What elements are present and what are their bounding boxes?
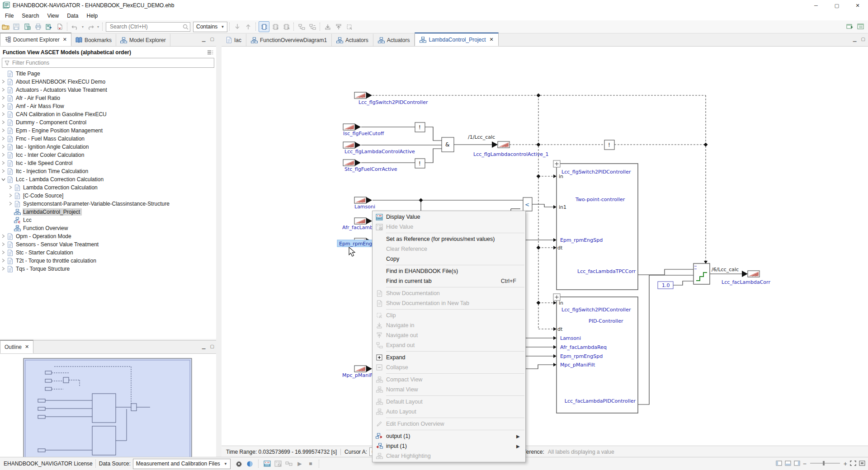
search-mode-dropdown[interactable]: Contains ▼: [193, 22, 227, 32]
menu-help[interactable]: Help: [83, 12, 102, 20]
context-menu-item-find-in-ehandbook-file-s[interactable]: Find in EHANDBOOK File(s): [373, 266, 525, 276]
layout-left-icon[interactable]: [776, 461, 782, 467]
data-lens-icon[interactable]: [245, 459, 255, 469]
expander-icon[interactable]: [0, 128, 6, 133]
menu-search[interactable]: Search: [18, 12, 43, 20]
expander-icon[interactable]: [0, 250, 6, 255]
context-menu-item-set-as-reference-for-previous-next-values[interactable]: Set as Reference (for previous/next valu…: [373, 234, 525, 244]
collapse-toolbar-button[interactable]: [307, 22, 317, 32]
redo-caret[interactable]: ▾: [96, 25, 100, 29]
report-button[interactable]: [22, 22, 32, 32]
filter-functions-input[interactable]: Filter Functions: [2, 58, 214, 68]
tree-item[interactable]: Amf - Air Mass Flow: [0, 102, 216, 110]
window-layout-icon[interactable]: [856, 22, 866, 32]
source-lcc-flgswitch2pid[interactable]: Lcc_flgSwitch2PIDController: [354, 92, 428, 105]
layout-right-icon[interactable]: [794, 461, 800, 467]
pdf-export-button[interactable]: [55, 22, 65, 32]
tab-bookmarks[interactable]: Bookmarks: [71, 34, 116, 46]
tab-model-explorer[interactable]: Model Explorer: [116, 34, 170, 46]
zoom-out-icon[interactable]: −: [803, 460, 807, 467]
editor-tab-iac[interactable]: Iac: [222, 34, 246, 46]
expander-icon[interactable]: [0, 80, 6, 85]
menu-view[interactable]: View: [43, 12, 63, 20]
tree-item[interactable]: Itc - Injection Time Calculation: [0, 167, 216, 175]
diagram-values-tool-icon[interactable]: [284, 459, 294, 469]
tree-item[interactable]: Function Overview: [0, 224, 216, 232]
not-block-3[interactable]: !: [604, 140, 614, 150]
expander-icon[interactable]: [0, 153, 6, 158]
close-button[interactable]: ✕: [847, 0, 868, 11]
expander-icon[interactable]: [0, 161, 6, 166]
redo-button[interactable]: [85, 22, 95, 32]
expander-icon[interactable]: [0, 169, 6, 174]
clip-toolbar-button[interactable]: [344, 22, 354, 32]
play-icon[interactable]: ▶: [295, 459, 305, 469]
menu-file[interactable]: File: [1, 12, 18, 20]
open-file-button[interactable]: [0, 22, 10, 32]
stop-icon[interactable]: ■: [306, 459, 316, 469]
expander-icon[interactable]: [0, 242, 6, 247]
navigate-in-toolbar-button[interactable]: [323, 22, 333, 32]
expander-icon[interactable]: [7, 193, 14, 198]
new-window-icon[interactable]: [845, 22, 855, 32]
display-value-tool-icon[interactable]: [262, 459, 272, 469]
tree-item[interactable]: About EHANDBOOK FlexECU Demo: [0, 78, 216, 86]
source-lamsoni[interactable]: Lamsoni: [354, 197, 375, 210]
tree-item[interactable]: Tqs - Torque Structure: [0, 265, 216, 273]
context-menu-item-find-in-current-tab[interactable]: Find in current tabCtrl+F: [373, 276, 525, 286]
data-source-dropdown[interactable]: Measurement and Calibration Files ▼: [133, 459, 231, 469]
expander-icon[interactable]: [0, 267, 6, 272]
tree-item[interactable]: Epm - Engine Position Management: [0, 127, 216, 135]
expander-icon[interactable]: [0, 177, 6, 182]
and-gate[interactable]: &: [442, 137, 454, 152]
previous-match-button[interactable]: [243, 22, 253, 32]
source-mpc-pmanifilt[interactable]: Mpc_pManiF: [342, 366, 373, 378]
sink-lcc-faclambdacorr[interactable]: Lcc_facLambdaCorr: [722, 271, 770, 285]
source-stc-flgfuelcorractive[interactable]: Stc_flgFuelCorrActive: [343, 160, 397, 172]
editor-tab-actuators[interactable]: Actuators: [332, 34, 373, 46]
panel-splitter[interactable]: [216, 33, 222, 457]
source-afr-faclambda[interactable]: Afr_facLamb: [342, 218, 373, 230]
source-isc-flgfuelcutoff[interactable]: Isc_flgFuelCutoff: [343, 124, 384, 136]
pid-controller-block[interactable]: in Lcc_flgSwitch2PIDController PID-Contr…: [553, 294, 638, 413]
normal-view-toolbar-button[interactable]: n: [281, 22, 291, 32]
two-point-controller-block[interactable]: Lcc_flgSwitch2PIDController in Two-point…: [553, 160, 638, 290]
expander-icon[interactable]: [0, 112, 6, 117]
tree-item[interactable]: Dummy - Component Control: [0, 118, 216, 127]
zoom-in-icon[interactable]: +: [844, 460, 847, 467]
expander-icon[interactable]: [0, 88, 6, 93]
context-menu-item-display-value[interactable]: Display Value: [373, 212, 525, 222]
tree-item[interactable]: cLcc: [0, 216, 216, 224]
search-box[interactable]: [106, 22, 190, 32]
close-icon[interactable]: ✕: [63, 37, 67, 42]
zoom-slider[interactable]: [809, 461, 841, 467]
expander-icon[interactable]: [0, 258, 6, 263]
tree-item[interactable]: [C-Code Source]: [0, 192, 216, 200]
source-epm-rpmengspd[interactable]: Epm_rpmEng: [337, 238, 374, 247]
tree-item[interactable]: Actuators - Actuators Value Treatment: [0, 86, 216, 94]
maximize-panel-icon[interactable]: ▢: [210, 344, 214, 349]
print-button[interactable]: [33, 22, 43, 32]
hide-value-tool-icon[interactable]: [273, 459, 283, 469]
tree-item[interactable]: Stc - Starter Calculation: [0, 249, 216, 257]
editor-tab-actuators[interactable]: Actuators: [373, 34, 415, 46]
tree-item[interactable]: Fmc - Fuel Mass Calculation: [0, 135, 216, 143]
undo-caret[interactable]: ▾: [80, 25, 85, 29]
expander-icon[interactable]: [0, 136, 6, 141]
switch-block[interactable]: [693, 263, 710, 284]
tree-item[interactable]: Isc - Idle Speed Control: [0, 159, 216, 167]
expander-icon[interactable]: [0, 145, 6, 150]
view-menu-icon[interactable]: [207, 50, 213, 55]
expander-icon[interactable]: [0, 234, 6, 239]
maximize-panel-icon[interactable]: ▢: [861, 37, 865, 42]
tree-item[interactable]: CAN Calibration in Gasoline FlexECU: [0, 110, 216, 118]
editor-tab-lambdacontrol_project[interactable]: LambdaControl_Project✕: [415, 33, 498, 46]
outline-thumbnail[interactable]: [0, 354, 216, 457]
compact-view-toolbar-button[interactable]: c: [270, 22, 280, 32]
tree-item[interactable]: Opm - Operation Mode: [0, 232, 216, 240]
maximize-panel-icon[interactable]: ▢: [210, 37, 214, 42]
context-menu-item-expand[interactable]: Expand: [373, 352, 525, 362]
expander-icon[interactable]: [0, 96, 6, 101]
minimize-panel-icon[interactable]: ▁: [853, 37, 857, 42]
tree-item[interactable]: Title Page: [0, 70, 216, 78]
